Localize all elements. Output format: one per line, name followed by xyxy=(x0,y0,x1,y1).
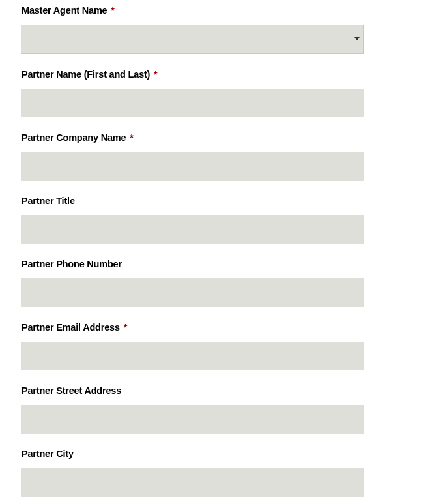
partner-email-address-field: Partner Email Address * xyxy=(22,322,430,370)
label-text: Master Agent Name xyxy=(22,5,107,16)
partner-street-address-label: Partner Street Address xyxy=(22,385,430,396)
partner-street-address-input[interactable] xyxy=(22,405,364,434)
label-text: Partner Street Address xyxy=(22,385,121,396)
master-agent-name-field: Master Agent Name * xyxy=(22,5,430,54)
partner-city-input[interactable] xyxy=(22,468,364,497)
partner-form: Master Agent Name * Partner Name (First … xyxy=(0,5,430,497)
required-asterisk: * xyxy=(111,5,114,16)
partner-title-input[interactable] xyxy=(22,215,364,244)
required-asterisk: * xyxy=(124,322,127,333)
partner-city-label: Partner City xyxy=(22,449,430,459)
master-agent-name-select[interactable] xyxy=(22,25,364,54)
label-text: Partner Email Address xyxy=(22,322,120,333)
partner-name-input[interactable] xyxy=(22,89,364,117)
partner-email-address-input[interactable] xyxy=(22,342,364,370)
partner-title-label: Partner Title xyxy=(22,196,430,206)
partner-company-name-label: Partner Company Name * xyxy=(22,132,430,143)
partner-company-name-field: Partner Company Name * xyxy=(22,132,430,181)
label-text: Partner City xyxy=(22,449,74,459)
partner-title-field: Partner Title xyxy=(22,196,430,244)
partner-name-field: Partner Name (First and Last) * xyxy=(22,69,430,117)
partner-phone-number-field: Partner Phone Number xyxy=(22,259,430,307)
partner-company-name-input[interactable] xyxy=(22,152,364,181)
label-text: Partner Phone Number xyxy=(22,259,122,269)
label-text: Partner Company Name xyxy=(22,132,126,143)
partner-name-label: Partner Name (First and Last) * xyxy=(22,69,430,80)
partner-street-address-field: Partner Street Address xyxy=(22,385,430,434)
partner-phone-number-input[interactable] xyxy=(22,278,364,307)
partner-phone-number-label: Partner Phone Number xyxy=(22,259,430,269)
label-text: Partner Name (First and Last) xyxy=(22,69,150,80)
label-text: Partner Title xyxy=(22,196,75,206)
partner-city-field: Partner City xyxy=(22,449,430,497)
partner-email-address-label: Partner Email Address * xyxy=(22,322,430,333)
required-asterisk: * xyxy=(130,132,133,143)
required-asterisk: * xyxy=(154,69,157,80)
master-agent-name-label: Master Agent Name * xyxy=(22,5,430,16)
